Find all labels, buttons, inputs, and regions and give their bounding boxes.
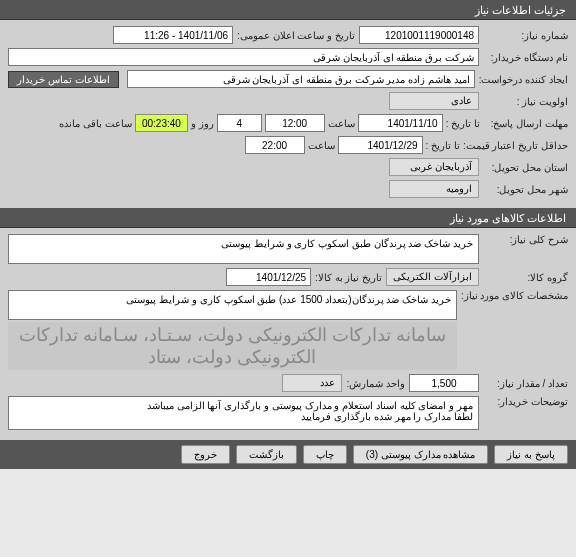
buyer-notes-textarea[interactable] [8, 396, 479, 430]
group-value: ابزارآلات الکتریکی [386, 268, 479, 286]
buyer-label: نام دستگاه خریدار: [483, 52, 568, 63]
requester-field[interactable] [127, 70, 475, 88]
qty-field[interactable] [409, 374, 479, 392]
exit-button[interactable]: خروج [181, 445, 230, 464]
time-label-1: ساعت [328, 118, 355, 129]
unit-label: واحد شمارش: [346, 378, 405, 389]
overview-label: شرح کلی نیاز: [483, 234, 568, 245]
province-value: آذربایجان غربی [389, 158, 479, 176]
qty-label: تعداد / مقدار نیاز: [483, 378, 568, 389]
buyer-notes-label: توضیحات خریدار: [483, 396, 568, 407]
spec-textarea[interactable] [8, 290, 457, 320]
header-title-bar: جزئیات اطلاعات نیاز [0, 0, 576, 20]
watermark-area: سامانه تدارکات الکترونیکی دولت، سـتـاد، … [8, 322, 457, 370]
announce-date-field[interactable] [113, 26, 233, 44]
need-date-label: تاریخ نیاز به کالا: [315, 272, 382, 283]
footer-toolbar: پاسخ به نیاز مشاهده مدارک پیوستی (3) چاپ… [0, 440, 576, 469]
overview-textarea[interactable] [8, 234, 479, 264]
deadline-label: مهلت ارسال پاسخ: [483, 118, 568, 129]
header-title: جزئیات اطلاعات نیاز [475, 4, 566, 16]
deadline-time-field[interactable] [265, 114, 325, 132]
goods-info-section: شرح کلی نیاز: گروه کالا: ابزارآلات الکتر… [0, 228, 576, 440]
spec-label: مشخصات کالای مورد نیاز: [461, 290, 568, 301]
until-date-label-1: تا تاریخ : [446, 118, 480, 129]
group-label: گروه کالا: [483, 272, 568, 283]
validity-time-field[interactable] [245, 136, 305, 154]
need-number-label: شماره نیاز: [483, 30, 568, 41]
countdown-timer: 00:23:40 [135, 114, 188, 132]
until-date-label-2: تا تاریخ : [426, 140, 460, 151]
time-label-2: ساعت [308, 140, 335, 151]
city-value: ارومیه [389, 180, 479, 198]
validity-date-field[interactable] [338, 136, 423, 154]
city-label: شهر محل تحویل: [483, 184, 568, 195]
goods-section-title-bar: اطلاعات کالاهای مورد نیاز [0, 208, 576, 228]
need-number-field[interactable] [359, 26, 479, 44]
announce-label: تاریخ و ساعت اعلان عمومی: [237, 30, 355, 41]
province-label: استان محل تحویل: [483, 162, 568, 173]
buyer-contact-button[interactable]: اطلاعات تماس خریدار [8, 71, 119, 88]
respond-button[interactable]: پاسخ به نیاز [494, 445, 568, 464]
need-date-field[interactable] [226, 268, 311, 286]
deadline-date-field[interactable] [358, 114, 443, 132]
unit-value: عدد [282, 374, 342, 392]
print-button[interactable]: چاپ [303, 445, 347, 464]
buyer-field[interactable] [8, 48, 479, 66]
back-button[interactable]: بازگشت [236, 445, 297, 464]
remaining-label: ساعت باقی مانده [59, 118, 132, 129]
view-attachments-button[interactable]: مشاهده مدارک پیوستی (3) [353, 445, 489, 464]
priority-value: عادی [389, 92, 479, 110]
days-label: روز و [191, 118, 214, 129]
requester-label: ایجاد کننده درخواست: [479, 74, 568, 85]
priority-label: اولویت نیاز : [483, 96, 568, 107]
goods-section-title: اطلاعات کالاهای مورد نیاز [450, 212, 566, 224]
validity-label: حداقل تاریخ اعتبار قیمت: [463, 140, 568, 151]
days-remaining-field[interactable] [217, 114, 262, 132]
need-info-section: شماره نیاز: تاریخ و ساعت اعلان عمومی: نا… [0, 20, 576, 208]
